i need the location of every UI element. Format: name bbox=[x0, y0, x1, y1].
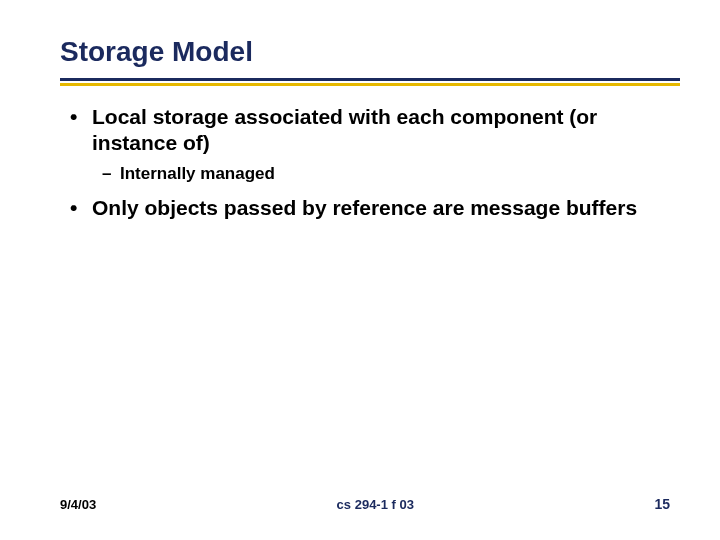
slide-footer: 9/4/03 cs 294-1 f 03 15 bbox=[60, 496, 670, 512]
bullet-dash-icon: – bbox=[102, 163, 120, 185]
slide-body: • Local storage associated with each com… bbox=[60, 104, 670, 221]
bullet-level1: • Local storage associated with each com… bbox=[68, 104, 650, 157]
bullet-text: Internally managed bbox=[120, 163, 650, 185]
divider-dark bbox=[60, 78, 680, 81]
divider-gold bbox=[60, 83, 680, 86]
bullet-dot-icon: • bbox=[68, 104, 92, 157]
footer-date: 9/4/03 bbox=[60, 497, 96, 512]
bullet-text: Local storage associated with each compo… bbox=[92, 104, 650, 157]
footer-course: cs 294-1 f 03 bbox=[337, 497, 414, 512]
slide-title: Storage Model bbox=[60, 36, 670, 68]
bullet-dot-icon: • bbox=[68, 195, 92, 221]
slide: Storage Model • Local storage associated… bbox=[0, 0, 720, 540]
bullet-text: Only objects passed by reference are mes… bbox=[92, 195, 650, 221]
footer-page-number: 15 bbox=[654, 496, 670, 512]
bullet-level1: • Only objects passed by reference are m… bbox=[68, 195, 650, 221]
bullet-level2: – Internally managed bbox=[102, 163, 650, 185]
